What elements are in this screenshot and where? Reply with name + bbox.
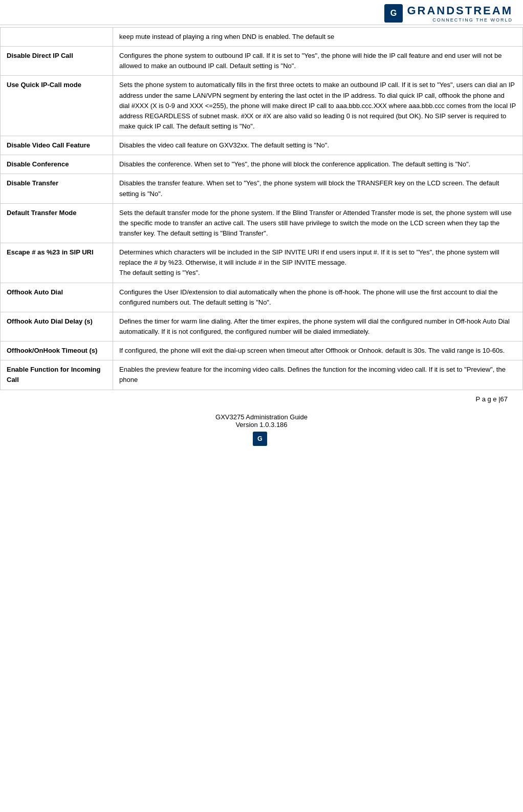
footer-page: P a g e |67 — [0, 395, 523, 403]
table-row: Disable Direct IP CallConfigures the pho… — [1, 47, 523, 76]
term-cell: Disable Direct IP Call — [1, 47, 113, 76]
term-cell: Disable Conference — [1, 155, 113, 174]
term-cell: Offhook Auto Dial Delay (s) — [1, 312, 113, 341]
definition-cell: Sets the default transfer mode for the p… — [113, 203, 523, 243]
term-cell: Use Quick IP-Call mode — [1, 76, 113, 136]
guide-title: GXV3275 Administration Guide — [0, 413, 523, 421]
table-row: Disable TransferDisables the transfer fe… — [1, 174, 523, 203]
definition-cell: Disables the conference. When set to "Ye… — [113, 155, 523, 174]
definition-cell: Sets the phone system to automatically f… — [113, 76, 523, 136]
version: Version 1.0.3.186 — [0, 421, 523, 429]
definition-cell: Enables the preview feature for the inco… — [113, 360, 523, 390]
table-row: Offhook Auto DialConfigures the User ID/… — [1, 283, 523, 312]
main-table: keep mute instead of playing a ring when… — [0, 27, 523, 390]
logo-brand: GRANDSTREAM — [407, 4, 513, 17]
definition-cell: Disables the transfer feature. When set … — [113, 174, 523, 203]
term-cell: Disable Video Call Feature — [1, 136, 113, 155]
table-row: Offhook Auto Dial Delay (s)Defines the t… — [1, 312, 523, 341]
definition-cell: Defines the timer for warm line dialing.… — [113, 312, 523, 341]
table-row: Escape # as %23 in SIP URIDetermines whi… — [1, 243, 523, 283]
definition-cell: keep mute instead of playing a ring when… — [113, 28, 523, 47]
logo-wrapper: G GRANDSTREAM CONNECTING THE WORLD — [384, 4, 513, 23]
page-container: G GRANDSTREAM CONNECTING THE WORLD keep … — [0, 0, 523, 812]
term-cell: Offhook Auto Dial — [1, 283, 113, 312]
term-cell — [1, 28, 113, 47]
grandstream-logo-icon: G — [384, 4, 403, 23]
table-row: Enable Function for Incoming CallEnables… — [1, 360, 523, 390]
term-cell: Offhook/OnHook Timeout (s) — [1, 341, 113, 360]
term-cell: Escape # as %23 in SIP URI — [1, 243, 113, 283]
footer-logo-icon: G — [253, 432, 267, 446]
term-cell: Disable Transfer — [1, 174, 113, 203]
definition-cell: Configures the User ID/extension to dial… — [113, 283, 523, 312]
table-row: Disable ConferenceDisables the conferenc… — [1, 155, 523, 174]
logo-area: GRANDSTREAM CONNECTING THE WORLD — [407, 4, 513, 23]
header: G GRANDSTREAM CONNECTING THE WORLD — [0, 0, 523, 25]
definition-cell: If configured, the phone will exit the d… — [113, 341, 523, 360]
footer-logo: G — [0, 432, 523, 446]
page-number: P a g e |67 — [476, 395, 508, 403]
table-row: Disable Video Call FeatureDisables the v… — [1, 136, 523, 155]
footer-content: GXV3275 Administration Guide Version 1.0… — [0, 413, 523, 429]
table-row: keep mute instead of playing a ring when… — [1, 28, 523, 47]
table-row: Default Transfer ModeSets the default tr… — [1, 203, 523, 243]
term-cell: Default Transfer Mode — [1, 203, 113, 243]
svg-text:G: G — [257, 435, 263, 442]
definition-cell: Configures the phone system to outbound … — [113, 47, 523, 76]
definition-cell: Determines which characters will be incl… — [113, 243, 523, 283]
logo-sub: CONNECTING THE WORLD — [432, 17, 513, 23]
definition-cell: Disables the video call feature on GXV32… — [113, 136, 523, 155]
footer: GXV3275 Administration Guide Version 1.0… — [0, 413, 523, 456]
term-cell: Enable Function for Incoming Call — [1, 360, 113, 390]
svg-text:G: G — [390, 8, 397, 17]
table-row: Offhook/OnHook Timeout (s)If configured,… — [1, 341, 523, 360]
table-row: Use Quick IP-Call modeSets the phone sys… — [1, 76, 523, 136]
